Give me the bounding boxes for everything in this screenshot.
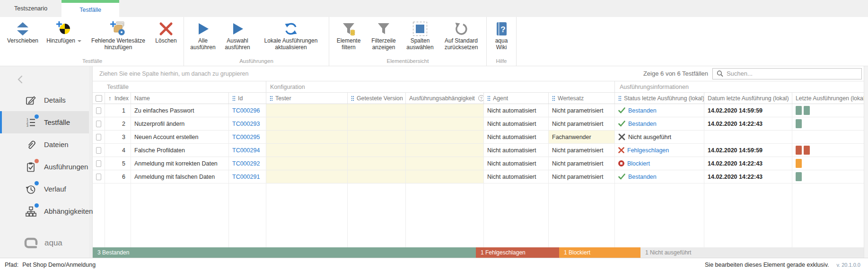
status-cell: Blockiert: [615, 157, 704, 170]
vertical-scrollbar[interactable]: [864, 66, 868, 258]
dependency-cell[interactable]: [406, 170, 484, 183]
add-missing-value-sets-button[interactable]: Fehlende Wertesätze hinzufügen: [86, 18, 151, 51]
filter-row-button[interactable]: Filterzeile anzeigen: [366, 18, 402, 51]
row-checkbox[interactable]: [96, 174, 101, 180]
status-bar: Pfad: Pet Shop Demo/Anmeldung Sie bearbe…: [0, 258, 868, 271]
row-checkbox[interactable]: [96, 121, 101, 127]
run-all-button[interactable]: Alle ausführen: [186, 18, 219, 51]
column-header-status[interactable]: Status letzte Ausführung (lokal): [615, 93, 704, 104]
edit-details-icon: [25, 94, 37, 106]
tester-cell[interactable]: [266, 157, 348, 170]
status-label[interactable]: Blockiert: [627, 160, 650, 167]
status-label[interactable]: Fehlgeschlagen: [627, 147, 669, 154]
tab-testfaelle[interactable]: Testfälle: [61, 0, 119, 17]
testcase-row[interactable]: 6Anmeldung mit falschen DatenTC000291Nic…: [93, 170, 864, 184]
run-selection-button[interactable]: Auswahl ausführen: [219, 18, 255, 51]
version-cell[interactable]: [348, 117, 406, 130]
wertesatz-cell: Nicht parametrisiert: [549, 117, 615, 130]
sidebar-collapse-button[interactable]: [0, 70, 89, 89]
execution-history-cell: [792, 144, 864, 157]
version-cell[interactable]: [348, 170, 406, 183]
row-checkbox[interactable]: [96, 147, 101, 154]
sidebar-item-label: Ausführungen: [44, 163, 88, 171]
search-box[interactable]: [712, 68, 862, 79]
numbered-list-icon: 123: [25, 116, 37, 129]
column-header-id[interactable]: Id: [229, 93, 266, 104]
version-cell[interactable]: [348, 144, 406, 157]
help-icon[interactable]: ?: [478, 95, 484, 101]
dependency-cell[interactable]: [406, 157, 484, 170]
wiki-button[interactable]: ? aqua Wiki: [489, 18, 514, 51]
column-header-agent[interactable]: Agent: [484, 93, 549, 104]
row-select-cell: [93, 144, 105, 157]
tester-cell[interactable]: [266, 131, 348, 143]
add-button[interactable]: Hinzufügen: [42, 18, 86, 44]
version-cell[interactable]: [348, 131, 406, 143]
version-cell[interactable]: [348, 104, 406, 117]
row-checkbox[interactable]: [96, 107, 101, 114]
testcase-table-body: 1Zu einfaches PasswortTC000296Nicht auto…: [93, 104, 864, 247]
testcase-row[interactable]: 2Nutzerprofil ändernTC000293Nicht automa…: [93, 117, 864, 131]
column-header-datum[interactable]: Datum letzte Ausführung (lokal): [704, 93, 792, 104]
column-grip-icon: [487, 96, 491, 101]
testcase-id-link[interactable]: TC000295: [232, 134, 260, 140]
testcase-id-link[interactable]: TC000296: [232, 107, 260, 114]
version-cell[interactable]: [348, 157, 406, 170]
column-header-letzte-ausfuehrungen[interactable]: Letzte Ausführungen (lokal): [792, 93, 864, 104]
column-group-testfaelle[interactable]: Testfälle: [93, 81, 266, 92]
column-header-name[interactable]: Name: [131, 93, 229, 104]
column-header-tester[interactable]: Tester: [266, 93, 348, 104]
testcase-row[interactable]: 1Zu einfaches PasswortTC000296Nicht auto…: [93, 104, 864, 117]
tester-cell[interactable]: [266, 104, 348, 117]
delete-button[interactable]: Löschen: [151, 18, 181, 44]
status-label[interactable]: Bestanden: [628, 121, 657, 127]
column-header-row: ↑ Index Name Id Tester Getestete Version…: [93, 93, 864, 104]
column-header-wertesatz[interactable]: Wertesatz: [549, 93, 615, 104]
column-header-ausfuehrungsabhaengigkeit[interactable]: Ausführungsabhängigkeit?: [406, 93, 484, 104]
tab-testszenario[interactable]: Testszenario: [0, 0, 61, 17]
testcase-row[interactable]: 4Falsche ProfildatenTC000294Nicht automa…: [93, 144, 864, 157]
filter-elements-button[interactable]: Elemente filtern: [332, 18, 366, 51]
tester-cell[interactable]: [266, 117, 348, 130]
column-group-ausfuehrungsinformationen[interactable]: Ausführungsinformationen: [615, 81, 864, 92]
group-by-bar[interactable]: Ziehen Sie eine Spalte hierhin, um danac…: [93, 66, 864, 81]
reset-default-button[interactable]: Auf Standard zurücksetzen: [438, 18, 484, 51]
ribbon-group-elementuebersicht: Elemente filtern Filterzeile anzeigen: [329, 17, 487, 66]
status-label[interactable]: Bestanden: [628, 107, 657, 114]
sidebar-item-testfaelle[interactable]: 123 Testfälle: [0, 111, 89, 133]
sidebar-item-abhaengigkeiten[interactable]: Abhängigkeiten: [0, 200, 89, 222]
tester-cell[interactable]: [266, 170, 348, 183]
column-group-konfiguration[interactable]: Konfiguration: [266, 81, 615, 92]
hierarchy-icon: [25, 205, 37, 218]
testcase-id-link[interactable]: TC000294: [232, 147, 260, 154]
row-checkbox[interactable]: [96, 160, 101, 167]
sidebar-item-verlauf[interactable]: Verlauf: [0, 178, 89, 200]
dependency-cell[interactable]: [406, 104, 484, 117]
select-all-checkbox[interactable]: [96, 95, 102, 102]
testcase-id-link[interactable]: TC000291: [232, 174, 260, 180]
select-columns-button[interactable]: Spalten auswählen: [402, 18, 438, 51]
tester-cell[interactable]: [266, 144, 348, 157]
testcase-id-link[interactable]: TC000292: [232, 160, 260, 167]
ribbon-group-label: Testfälle: [3, 57, 181, 66]
search-input[interactable]: [727, 70, 858, 77]
column-header-getestete-version[interactable]: Getestete Version: [348, 93, 406, 104]
index-cell: 1: [105, 104, 131, 117]
column-header-index[interactable]: ↑ Index: [105, 93, 131, 104]
testcase-row[interactable]: 5Anmeldung mit korrekten DatenTC000292Ni…: [93, 157, 864, 170]
move-button[interactable]: Verschieben: [3, 18, 42, 44]
sidebar-item-details[interactable]: Details: [0, 89, 89, 111]
dependency-cell[interactable]: [406, 117, 484, 130]
status-cell: Bestanden: [615, 117, 704, 130]
refresh-local-executions-button[interactable]: Lokale Ausführungen aktualisieren: [255, 18, 326, 51]
status-label[interactable]: Bestanden: [628, 174, 657, 180]
sidebar-item-ausfuehrungen[interactable]: Ausführungen: [0, 156, 89, 178]
row-checkbox[interactable]: [96, 134, 101, 140]
dependency-cell[interactable]: [406, 131, 484, 143]
wiki-icon: ?: [495, 20, 508, 37]
dependency-cell[interactable]: [406, 144, 484, 157]
empty-grid-area: [93, 184, 864, 247]
testcase-id-link[interactable]: TC000293: [232, 121, 260, 127]
sidebar-item-dateien[interactable]: Dateien: [0, 133, 89, 156]
testcase-row[interactable]: 3Neuen Account erstellenTC000295Nicht au…: [93, 131, 864, 144]
